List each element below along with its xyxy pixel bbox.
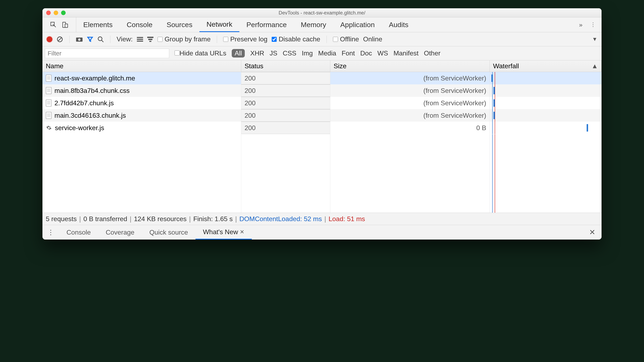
waterfall-bar [494, 87, 495, 94]
overview-icon[interactable] [147, 37, 154, 42]
request-row[interactable]: main.3cd46163.chunk.js200(from ServiceWo… [42, 109, 602, 122]
drawer-close-icon[interactable]: ✕ [583, 225, 602, 239]
document-icon [46, 75, 52, 82]
svg-point-6 [98, 37, 102, 41]
filter-type-img[interactable]: Img [302, 49, 313, 57]
filter-type-media[interactable]: Media [318, 49, 336, 57]
drawer-tab-quick-source[interactable]: Quick source [142, 225, 196, 239]
filter-type-manifest[interactable]: Manifest [394, 49, 418, 57]
request-row[interactable]: react-sw-example.glitch.me200(from Servi… [42, 72, 602, 84]
request-row[interactable]: main.8fb3a7b4.chunk.css200(from ServiceW… [42, 84, 602, 97]
svg-line-3 [58, 38, 62, 41]
window-title: DevTools - react-sw-example.glitch.me/ [42, 10, 602, 16]
filter-type-xhr[interactable]: XHR [250, 49, 264, 57]
tab-application[interactable]: Application [333, 17, 382, 32]
throttling-caret-icon[interactable]: ▼ [592, 36, 598, 42]
search-icon[interactable] [97, 36, 104, 43]
device-toolbar-icon[interactable] [62, 21, 68, 28]
tab-console[interactable]: Console [120, 17, 160, 32]
cell-status: 200 [241, 84, 330, 97]
svg-rect-9 [137, 39, 143, 40]
devtools-window: DevTools - react-sw-example.glitch.me/ E… [42, 8, 602, 239]
cell-size: (from ServiceWorker) [330, 97, 490, 109]
drawer-tab-close-icon[interactable]: ✕ [240, 229, 244, 235]
cell-status: 200 [241, 72, 330, 84]
record-button[interactable] [46, 36, 52, 42]
summary-resources: 124 KB resources [134, 215, 186, 223]
summary-requests: 5 requests [46, 215, 76, 223]
drawer: ⋮ ConsoleCoverageQuick sourceWhat's New✕… [42, 225, 602, 239]
status-bar: 5 requests| 0 B transferred| 124 KB reso… [42, 213, 602, 225]
more-tabs-icon[interactable]: » [579, 21, 581, 28]
column-waterfall[interactable]: Waterfall▲ [490, 60, 602, 72]
request-name: main.8fb3a7b4.chunk.css [54, 87, 130, 95]
group-by-frame-label: Group by frame [164, 35, 210, 43]
svg-rect-10 [137, 40, 143, 42]
document-icon [46, 100, 52, 107]
waterfall-bar [494, 112, 495, 119]
filter-input[interactable] [45, 49, 169, 58]
summary-transferred: 0 B transferred [84, 215, 127, 223]
filter-type-all[interactable]: All [232, 49, 245, 57]
cell-waterfall [490, 122, 602, 134]
tab-elements[interactable]: Elements [76, 17, 120, 32]
column-name[interactable]: Name [42, 60, 241, 72]
filter-type-js[interactable]: JS [270, 49, 277, 57]
grid-empty-area [42, 134, 602, 213]
group-by-frame-checkbox[interactable]: Group by frame [158, 35, 210, 43]
cell-waterfall [490, 109, 602, 122]
filter-type-doc[interactable]: Doc [360, 49, 372, 57]
filter-type-other[interactable]: Other [424, 49, 440, 57]
cell-waterfall [490, 97, 602, 109]
tab-sources[interactable]: Sources [160, 17, 200, 32]
request-name: service-worker.js [55, 124, 104, 132]
drawer-menu-icon[interactable]: ⋮ [42, 225, 59, 239]
cell-size: (from ServiceWorker) [330, 72, 490, 84]
grid-header: Name Status Size Waterfall▲ [42, 60, 602, 72]
cell-waterfall [490, 72, 602, 84]
offline-checkbox[interactable]: Offline [333, 35, 359, 43]
column-status[interactable]: Status [241, 60, 330, 72]
svg-line-7 [102, 40, 103, 42]
offline-label: Offline [340, 35, 359, 43]
column-size[interactable]: Size [330, 60, 490, 72]
hide-data-urls-checkbox[interactable]: Hide data URLs [174, 49, 226, 57]
cell-status: 200 [241, 97, 330, 109]
summary-load: Load: 51 ms [329, 215, 365, 223]
drawer-tab-coverage[interactable]: Coverage [98, 225, 142, 239]
disable-cache-checkbox[interactable]: Disable cache [272, 35, 320, 43]
filter-type-ws[interactable]: WS [378, 49, 388, 57]
cell-name: service-worker.js [42, 122, 241, 134]
filter-type-font[interactable]: Font [342, 49, 355, 57]
preserve-log-checkbox[interactable]: Preserve log [223, 35, 268, 43]
tab-network[interactable]: Network [200, 17, 240, 32]
large-rows-icon[interactable] [137, 37, 143, 42]
filter-type-css[interactable]: CSS [283, 49, 296, 57]
request-row[interactable]: 2.7fdd42b7.chunk.js200(from ServiceWorke… [42, 97, 602, 109]
throttling-select[interactable]: Online [363, 35, 382, 43]
cell-name: main.3cd46163.chunk.js [42, 109, 241, 122]
tab-audits[interactable]: Audits [382, 17, 416, 32]
request-list: react-sw-example.glitch.me200(from Servi… [42, 72, 602, 134]
cell-name: react-sw-example.glitch.me [42, 72, 241, 84]
tab-memory[interactable]: Memory [294, 17, 334, 32]
filter-bar: Hide data URLs AllXHRJSCSSImgMediaFontDo… [42, 46, 602, 60]
svg-rect-8 [137, 37, 143, 38]
waterfall-bar [492, 74, 493, 82]
request-row[interactable]: service-worker.js2000 B [42, 122, 602, 134]
drawer-tab-what-s-new[interactable]: What's New✕ [196, 225, 252, 239]
cell-size: (from ServiceWorker) [330, 84, 490, 97]
clear-icon[interactable] [56, 36, 63, 43]
tab-performance[interactable]: Performance [240, 17, 294, 32]
settings-menu-icon[interactable]: ⋮ [590, 21, 596, 28]
panel-tabs: ElementsConsoleSourcesNetworkPerformance… [42, 17, 602, 32]
inspect-element-icon[interactable] [50, 21, 57, 28]
summary-domcontentloaded: DOMContentLoaded: 52 ms [240, 215, 322, 223]
filter-icon[interactable] [87, 36, 93, 42]
drawer-tab-console[interactable]: Console [59, 225, 98, 239]
request-name: 2.7fdd42b7.chunk.js [54, 99, 114, 107]
screenshot-icon[interactable] [76, 37, 83, 42]
svg-rect-12 [148, 39, 152, 40]
cell-size: 0 B [330, 122, 490, 134]
cell-status: 200 [241, 109, 330, 122]
